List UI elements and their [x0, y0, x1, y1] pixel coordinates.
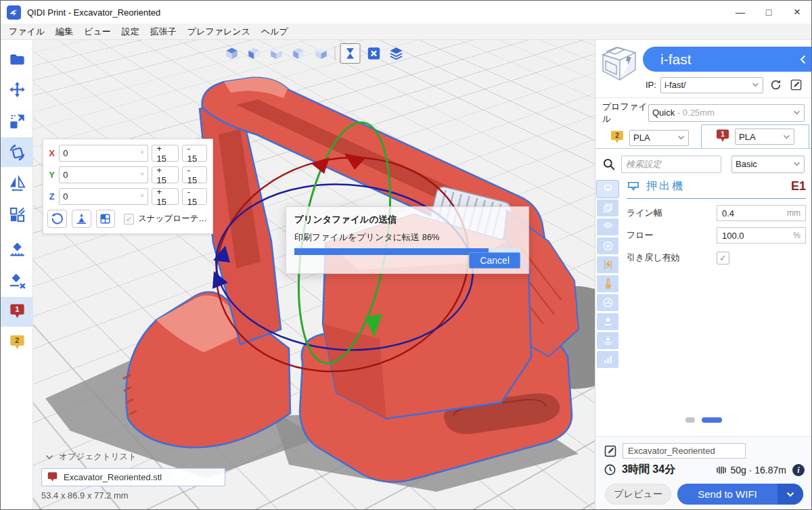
menu-item-0[interactable]: ファイル	[3, 24, 50, 40]
tab-extruder-2[interactable]: 2 PLA	[600, 127, 700, 148]
category-shell-button[interactable]	[597, 200, 618, 216]
axis-y-input-box[interactable]: °	[59, 166, 148, 183]
menu-item-2[interactable]: ビュー	[78, 24, 116, 40]
extruder-1-marker-icon	[47, 471, 58, 484]
tab-extruder-1-active[interactable]: 1 PLA	[701, 124, 809, 148]
toolbar-divider	[335, 46, 336, 61]
object-list-item[interactable]: Excavator_Reoriented.stl	[41, 468, 225, 486]
category-temperature-button[interactable]	[597, 275, 618, 292]
view-right-button[interactable]	[313, 45, 330, 62]
refresh-icon	[769, 78, 782, 91]
temperature-category-icon	[602, 278, 614, 289]
axis-x-plus15-button[interactable]: + 15	[152, 145, 179, 162]
preview-button[interactable]: プレビュー	[605, 484, 671, 505]
snap-rotation-checkbox[interactable]: ✓	[124, 214, 134, 225]
maximize-button[interactable]: □	[754, 1, 783, 23]
view-top-button[interactable]	[268, 45, 286, 62]
menu-item-3[interactable]: 設定	[116, 24, 145, 40]
rotate-tool-button[interactable]	[1, 137, 33, 167]
axis-z-input-box[interactable]: °	[59, 188, 148, 205]
search-settings-input[interactable]	[621, 156, 721, 173]
view-3d-button[interactable]	[223, 45, 241, 62]
lay-flat-button[interactable]	[72, 210, 91, 228]
chevron-down-icon	[793, 110, 800, 115]
setting-visibility-dropdown[interactable]: Basic	[731, 156, 805, 173]
extruder-tag: E1	[791, 179, 806, 193]
mirror-tool-button[interactable]	[1, 168, 33, 198]
category-adhesion-button[interactable]	[597, 332, 618, 349]
axis-z-minus15-button[interactable]: - 15	[182, 188, 207, 205]
select-face-button[interactable]	[96, 210, 116, 228]
send-to-printer-dialog: プリンタファイルの送信 印刷ファイルをプリンタに転送 86% Cancel	[286, 206, 529, 274]
menubar: ファイル編集ビュー設定拡張子プレファレンスヘルプ	[1, 24, 811, 40]
support-placement-tool-button[interactable]	[1, 235, 33, 264]
axis-x-input[interactable]	[63, 148, 141, 158]
material-category-icon	[602, 240, 614, 252]
rename-job-icon[interactable]	[604, 444, 617, 458]
mode-layers-icon	[389, 46, 404, 61]
extruder-2-tool-button[interactable]: 2	[1, 328, 33, 358]
svg-text:1: 1	[721, 131, 725, 138]
support-category-icon	[602, 316, 614, 327]
close-button[interactable]: ×	[783, 1, 811, 23]
line-width-input[interactable]: 0.4 mm	[717, 205, 806, 221]
send-options-chevron[interactable]	[777, 484, 803, 505]
axis-y-minus15-button[interactable]: - 15	[182, 166, 207, 183]
move-tool-button[interactable]	[1, 75, 33, 105]
category-material-button[interactable]	[597, 237, 618, 254]
support-blocker-tool-button[interactable]	[1, 266, 33, 296]
menu-item-1[interactable]: 編集	[50, 24, 78, 40]
profile-dropdown[interactable]: Quick - 0.25mm	[648, 104, 805, 122]
per-model-settings-tool-button[interactable]	[1, 200, 33, 229]
category-special-button[interactable]	[597, 351, 618, 368]
print-job-footer: 3時間 34分 50g · 16.87m i プレビュー Send to WIF…	[595, 436, 811, 509]
axis-y-input[interactable]	[63, 170, 141, 180]
mode-solid-button[interactable]	[340, 43, 361, 64]
page-dot-1[interactable]	[685, 417, 695, 423]
axis-y-plus15-button[interactable]: + 15	[152, 166, 179, 183]
open-file-tool-button[interactable]	[1, 44, 33, 74]
cancel-button[interactable]: Cancel	[469, 252, 520, 269]
minimize-button[interactable]: —	[726, 1, 754, 23]
job-name-input[interactable]	[623, 443, 746, 459]
info-icon[interactable]: i	[792, 464, 805, 476]
page-dot-2-active[interactable]	[702, 417, 722, 423]
rotate-icon	[8, 143, 26, 162]
mode-xray-button[interactable]	[365, 45, 383, 62]
menu-item-4[interactable]: 拡張子	[145, 24, 182, 40]
ip-row: IP: i-fast/	[646, 76, 809, 93]
panel-pagination	[595, 417, 811, 423]
edit-ip-button[interactable]	[789, 78, 804, 93]
axis-z-input[interactable]	[63, 191, 141, 202]
printer-selector[interactable]: i-fast	[643, 47, 811, 72]
view-left-button[interactable]	[290, 45, 308, 62]
category-infill-button[interactable]	[597, 218, 618, 235]
dialog-title: プリンタファイルの送信	[294, 214, 520, 226]
view-front-button[interactable]	[246, 45, 263, 62]
rotate-tool-panel: X ° + 15 - 15 Y ° + 15 - 15	[43, 139, 213, 234]
flow-input[interactable]: 100.0 %	[717, 227, 806, 244]
extruder-1-tool-button[interactable]: 1	[1, 297, 33, 327]
scale-tool-button[interactable]	[1, 106, 33, 136]
ip-dropdown[interactable]: i-fast/	[660, 77, 763, 93]
per-model-settings-icon	[8, 206, 26, 224]
category-extruder-button[interactable]	[597, 181, 618, 198]
mode-layers-button[interactable]	[388, 45, 405, 62]
axis-x-minus15-button[interactable]: - 15	[182, 145, 207, 162]
object-list-header[interactable]: オブジェクトリスト	[41, 451, 225, 463]
viewport-3d[interactable]: X ° + 15 - 15 Y ° + 15 - 15	[33, 40, 595, 509]
category-support-button[interactable]	[597, 313, 618, 330]
section-title: 押出機	[646, 179, 685, 193]
category-cooling-button[interactable]	[597, 294, 618, 311]
menu-item-6[interactable]: ヘルプ	[256, 24, 294, 40]
reset-rotation-button[interactable]	[47, 210, 67, 228]
refresh-ip-button[interactable]	[769, 78, 784, 93]
retraction-enabled-checkbox[interactable]: ✓	[717, 252, 729, 264]
category-speed-button[interactable]	[597, 256, 618, 273]
axis-z-plus15-button[interactable]: + 15	[152, 188, 179, 205]
send-to-wifi-button[interactable]: Send to WIFI	[677, 484, 803, 505]
extruder-2-material-dropdown[interactable]: PLA	[629, 130, 689, 146]
axis-x-input-box[interactable]: °	[59, 145, 148, 162]
extruder-1-material-dropdown[interactable]: PLA	[735, 129, 794, 145]
menu-item-5[interactable]: プレファレンス	[182, 24, 256, 40]
